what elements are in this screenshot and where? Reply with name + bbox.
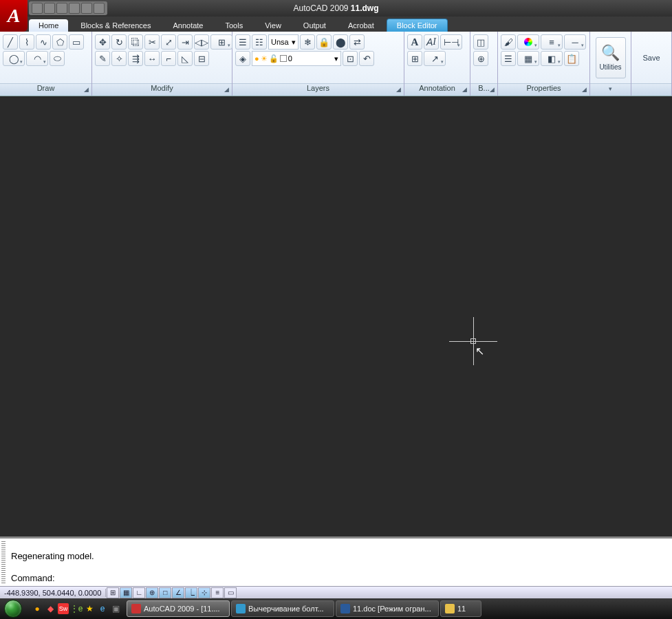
layer-match-icon[interactable]: ⇄ — [349, 34, 365, 50]
ql-icon-4[interactable]: ⋮e — [71, 603, 82, 614]
panel-title-annotation[interactable]: Annotation◢ — [404, 83, 470, 96]
mirror-icon[interactable]: ◁▷ — [194, 34, 209, 50]
ellipse-icon[interactable]: ⬭ — [50, 51, 65, 66]
save-label[interactable]: Save — [642, 54, 660, 62]
app-menu-button[interactable]: A — [0, 0, 28, 32]
ql-icon-3[interactable]: Sw — [58, 603, 69, 614]
qat-print-icon[interactable] — [69, 3, 80, 14]
prop-palette-icon[interactable]: ☰ — [501, 51, 516, 66]
erase-icon[interactable]: ✎ — [95, 51, 110, 66]
list-icon[interactable]: 📋 — [564, 51, 579, 66]
lwt-toggle[interactable]: ≡ — [211, 587, 224, 598]
chamfer-icon[interactable]: ◺ — [177, 51, 193, 66]
layer-state-dropdown[interactable]: Unsa▾ — [268, 34, 299, 50]
utilities-button[interactable]: 🔍 Utilities — [596, 37, 626, 78]
ql-icon-1[interactable]: ● — [32, 603, 43, 614]
rectangle-icon[interactable]: ▭ — [69, 34, 84, 50]
tab-view[interactable]: View — [255, 19, 291, 32]
ql-icon-2[interactable]: ◆ — [45, 603, 56, 614]
mtext-icon[interactable]: A — [407, 34, 422, 50]
expand-icon: ▾ — [609, 85, 612, 92]
offset-icon[interactable]: ⇶ — [128, 51, 143, 66]
color-dropdown[interactable] — [517, 34, 539, 50]
ql-icon-6[interactable]: e — [97, 603, 108, 614]
otrack-toggle[interactable]: ∠ — [172, 587, 184, 598]
table-icon[interactable]: ⊞ — [407, 51, 422, 66]
spline-icon[interactable]: ∿ — [36, 34, 51, 50]
tab-home[interactable]: Home — [29, 19, 68, 32]
tab-tools[interactable]: Tools — [216, 19, 253, 32]
explode-icon[interactable]: ✧ — [111, 51, 127, 66]
plot-style-dropdown[interactable]: ▦ — [517, 51, 539, 66]
polar-toggle[interactable]: ⊕ — [146, 587, 158, 598]
current-layer-dropdown[interactable]: ● ☀ 🔓 0 ▾ — [252, 51, 341, 66]
polygon-icon[interactable]: ⬠ — [52, 34, 67, 50]
text-icon[interactable]: AI — [424, 34, 439, 50]
bylayer-dropdown[interactable]: ◧ — [541, 51, 563, 66]
layer-properties-icon[interactable]: ☰ — [235, 34, 250, 50]
layer-freeze-icon[interactable]: ❄ — [300, 34, 315, 50]
grid-toggle[interactable]: ▦ — [120, 587, 132, 598]
qat-undo-icon[interactable] — [81, 3, 92, 14]
qat-open-icon[interactable] — [44, 3, 55, 14]
panel-title-modify[interactable]: Modify◢ — [92, 83, 232, 96]
qat-save-icon[interactable] — [56, 3, 67, 14]
taskbar-ie[interactable]: Вычерчивание болт... — [231, 600, 334, 617]
insert-block-icon[interactable]: ◫ — [473, 34, 488, 50]
trim-icon[interactable]: ✂ — [144, 34, 160, 50]
start-button[interactable] — [0, 598, 26, 619]
qat-new-icon[interactable] — [32, 3, 43, 14]
arc-icon[interactable]: ◠ — [26, 51, 48, 66]
move-icon[interactable]: ✥ — [95, 34, 110, 50]
circle-icon[interactable]: ◯ — [3, 51, 25, 66]
line-icon[interactable]: ╱ — [3, 34, 18, 50]
command-line[interactable]: Regenerating model. Command: Command: *C… — [0, 536, 672, 586]
stretch-icon[interactable]: ↔ — [144, 51, 160, 66]
dimension-icon[interactable]: ⊢⊣ — [440, 34, 462, 50]
tab-blocks[interactable]: Blocks & References — [71, 19, 160, 32]
drawing-canvas[interactable]: Y X ↖ — [0, 96, 672, 536]
qat-redo-icon[interactable] — [94, 3, 105, 14]
layer-prev-icon[interactable]: ↶ — [359, 51, 374, 66]
taskbar-autocad[interactable]: AutoCAD 2009 - [11.... — [127, 600, 230, 617]
qp-toggle[interactable]: ▭ — [224, 587, 237, 598]
coordinates[interactable]: -448.9390, 504.0440, 0.0000 — [0, 589, 106, 597]
panel-title-block[interactable]: B...◢ — [470, 83, 497, 96]
leader-icon[interactable]: ↗ — [424, 51, 446, 66]
snap-toggle[interactable]: ⊞ — [107, 587, 119, 598]
layer-tool-icon[interactable]: ◈ — [235, 51, 250, 66]
ql-icon-7[interactable]: ▣ — [110, 603, 121, 614]
rotate-icon[interactable]: ↻ — [111, 34, 127, 50]
linetype-dropdown[interactable]: ─ — [564, 34, 586, 50]
taskbar-word[interactable]: 11.doc [Режим огран... — [336, 600, 439, 617]
copy-icon[interactable]: ⿻ — [128, 34, 143, 50]
ducs-toggle[interactable]: ⎿ — [185, 587, 197, 598]
match-prop-icon[interactable]: 🖌 — [501, 34, 516, 50]
panel-title-properties[interactable]: Properties◢ — [498, 83, 589, 96]
grip-icon[interactable] — [1, 541, 6, 583]
polyline-icon[interactable]: ⌇ — [19, 34, 34, 50]
tab-acrobat[interactable]: Acrobat — [338, 19, 384, 32]
fillet-icon[interactable]: ⌐ — [161, 51, 176, 66]
dyn-toggle[interactable]: ⊹ — [198, 587, 210, 598]
tab-annotate[interactable]: Annotate — [163, 19, 213, 32]
layer-lock-icon[interactable]: 🔒 — [316, 34, 332, 50]
ortho-toggle[interactable]: ∟ — [133, 587, 145, 598]
create-block-icon[interactable]: ⊕ — [473, 51, 488, 66]
panel-title-draw[interactable]: Draw◢ — [0, 83, 91, 96]
panel-title-utilities[interactable]: ▾ — [590, 83, 631, 96]
scale-icon[interactable]: ⤢ — [161, 34, 176, 50]
tab-output[interactable]: Output — [294, 19, 336, 32]
taskbar-explorer[interactable]: 11 — [440, 600, 481, 617]
break-icon[interactable]: ⊟ — [194, 51, 209, 66]
lineweight-dropdown[interactable]: ≡ — [541, 34, 563, 50]
tab-block-editor[interactable]: Block Editor — [387, 19, 448, 32]
extend-icon[interactable]: ⇥ — [177, 34, 193, 50]
ql-icon-5[interactable]: ★ — [84, 603, 95, 614]
array-icon[interactable]: ⊞ — [210, 34, 232, 50]
layer-off-icon[interactable]: ⬤ — [333, 34, 348, 50]
osnap-toggle[interactable]: □ — [159, 587, 171, 598]
layer-iso-icon[interactable]: ⊡ — [343, 51, 358, 66]
panel-title-layers[interactable]: Layers◢ — [232, 83, 404, 96]
layer-states-icon[interactable]: ☷ — [252, 34, 267, 50]
